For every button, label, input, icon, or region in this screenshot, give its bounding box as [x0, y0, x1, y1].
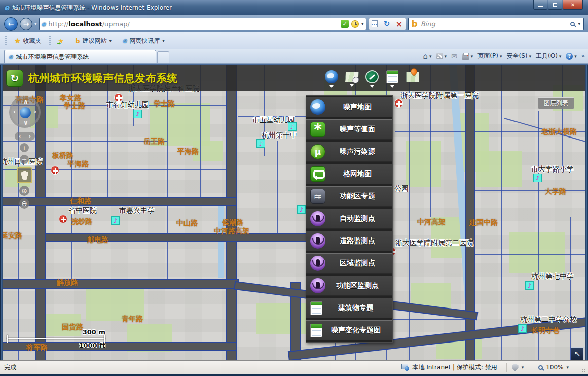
suggested-sites-dropdown[interactable]: ▾: [109, 38, 112, 43]
menu-item-6[interactable]: 自动监测点: [306, 209, 392, 229]
security-zone: 本地 Intranet | 保护模式: 禁用: [396, 363, 502, 372]
address-bar[interactable]: e http://localhost/upmap/ ✓ ▾: [39, 18, 366, 30]
add-favorite-button[interactable]: ★: [55, 36, 68, 46]
menu-item-3[interactable]: 噪声污染源: [306, 142, 392, 162]
suggested-sites-button[interactable]: b 建议网站 ▾: [71, 35, 115, 47]
monitor-marker[interactable]: ♪: [533, 174, 542, 182]
park-area: [459, 113, 489, 172]
monitor-marker[interactable]: ♪: [297, 205, 306, 214]
new-tab-stub[interactable]: [157, 51, 169, 63]
pan-left-icon[interactable]: ‹: [13, 108, 16, 115]
address-dropdown[interactable]: ▾: [361, 21, 364, 26]
page-menu-button[interactable]: 页面(P)▾: [477, 52, 502, 60]
search-box[interactable]: b Bing ▾: [408, 18, 584, 30]
help-button[interactable]: ?▾: [566, 53, 577, 60]
street-label: 平海路: [177, 147, 199, 156]
scale-imperial: 1000 ft: [7, 341, 105, 349]
poi-label: 杭州第二中学分校: [520, 315, 577, 324]
magnify-in-button[interactable]: ⊕: [19, 186, 29, 196]
hospital-marker: [51, 166, 59, 175]
menu-item-9[interactable]: 功能区监测点: [306, 276, 392, 296]
street-label: 大学路: [545, 187, 566, 196]
map-view-button[interactable]: [345, 67, 359, 90]
poi-label: 浙大医学院附属第一医院: [400, 91, 479, 100]
poi-label: 公园: [394, 184, 409, 193]
compass-tool-button[interactable]: [365, 67, 379, 90]
web-slices-dropdown[interactable]: ▾: [162, 38, 165, 43]
maximize-button[interactable]: [548, 0, 562, 10]
menu-item-2[interactable]: 噪声等值面: [306, 119, 392, 140]
close-button[interactable]: ✕: [563, 0, 583, 10]
monitor-marker[interactable]: ♪: [288, 122, 297, 131]
pan-up-icon[interactable]: ∧: [23, 98, 28, 105]
favorites-button[interactable]: ★ 收藏夹: [11, 35, 45, 47]
tab-active[interactable]: e 城市环境噪声信息管理系统: [4, 50, 156, 63]
page-content: 菩提寺路孝女路学士路学士路岳王路平海路板桥路平海路仁和路浣纱路中山路邮电路候潮路…: [0, 65, 588, 360]
monitor-marker[interactable]: ♪: [525, 281, 534, 290]
zoom-level: 100%: [546, 364, 563, 371]
menu-item-1[interactable]: 噪声地图: [306, 97, 392, 117]
window-frame: [0, 65, 3, 360]
stop-button[interactable]: ×: [393, 18, 406, 30]
refresh-button[interactable]: ↻: [381, 18, 393, 30]
rss-icon: [436, 53, 443, 59]
pan-compass[interactable]: ∧ ∨ ‹ ›: [9, 96, 41, 128]
monitor-marker[interactable]: ♪: [111, 216, 120, 225]
map-view-icon: [345, 72, 359, 82]
mail-button[interactable]: ✉: [451, 52, 457, 60]
noise-map-icon: [310, 99, 325, 115]
full-extent-button[interactable]: ↖: [571, 347, 584, 360]
compatibility-view-button[interactable]: [369, 18, 381, 30]
street-line: [570, 217, 571, 360]
more-tools-chevron[interactable]: »: [581, 53, 585, 59]
menu-item-11[interactable]: 噪声变化专题图: [306, 320, 392, 340]
basemap-globe-button[interactable]: [324, 67, 339, 90]
protection-shield-icon: [512, 364, 519, 371]
monitor-marker[interactable]: ♪: [256, 139, 265, 148]
globe-center-icon[interactable]: [20, 107, 31, 118]
menu-item-4[interactable]: 格网地图: [306, 164, 392, 184]
window-frame: [585, 65, 588, 360]
stop-icon: ×: [396, 19, 402, 29]
layer-list-button[interactable]: 图层列表: [538, 97, 574, 109]
menu-item-5[interactable]: 功能区专题: [306, 186, 392, 207]
street-label: 平海路: [67, 160, 89, 169]
zoom-out-button[interactable]: −: [20, 155, 29, 164]
protected-mode-control[interactable]: ▾: [506, 363, 529, 372]
home-button[interactable]: ⌂▾: [423, 52, 432, 61]
rotate-control[interactable]: ‹›: [15, 132, 35, 141]
feeds-button[interactable]: ▾: [436, 53, 447, 59]
street-line: [474, 254, 588, 255]
menu-item-label: 噪声地图: [325, 102, 392, 112]
menu-item-8[interactable]: 区域监测点: [306, 253, 392, 274]
print-button[interactable]: ▾: [462, 53, 473, 60]
map-canvas[interactable]: 菩提寺路孝女路学士路学士路岳王路平海路板桥路平海路仁和路浣纱路中山路邮电路候潮路…: [0, 65, 588, 360]
url-text[interactable]: http://localhost/upmap/: [48, 20, 338, 28]
search-dropdown[interactable]: ▾: [578, 21, 580, 26]
minimize-button[interactable]: [533, 0, 547, 10]
forward-button[interactable]: →: [20, 18, 32, 30]
tools-menu-button[interactable]: 工具(O)▾: [536, 52, 561, 60]
magnify-out-button[interactable]: ⊖: [19, 198, 29, 209]
hospital-marker: [114, 93, 123, 102]
resize-grip[interactable]: [580, 365, 585, 370]
pan-down-icon[interactable]: ∨: [23, 119, 28, 126]
pan-hand-tool[interactable]: [17, 167, 32, 183]
menu-item-10[interactable]: 建筑物专题: [306, 298, 392, 318]
zoom-control[interactable]: 100% ▾: [533, 363, 574, 372]
web-slices-button[interactable]: e 网页快讯库 ▾: [119, 35, 168, 47]
data-table-button[interactable]: [385, 67, 399, 90]
poi-label: 市行知幼儿园: [106, 100, 149, 110]
back-button[interactable]: ←: [4, 17, 18, 31]
search-magnifier-icon[interactable]: [570, 22, 575, 26]
zoom-in-button[interactable]: +: [20, 143, 29, 152]
safety-menu-button[interactable]: 安全(S)▾: [507, 52, 532, 60]
monitor-marker[interactable]: ♪: [518, 324, 527, 333]
app-logo-icon: ↻: [6, 70, 23, 87]
pan-right-icon[interactable]: ›: [34, 108, 36, 115]
scale-line: [7, 338, 105, 339]
monitor-marker[interactable]: ♪: [133, 110, 142, 118]
map-pin-button[interactable]: [406, 67, 420, 90]
menu-item-7[interactable]: 道路监测点: [306, 231, 392, 251]
history-dropdown[interactable]: ▾: [34, 21, 37, 26]
